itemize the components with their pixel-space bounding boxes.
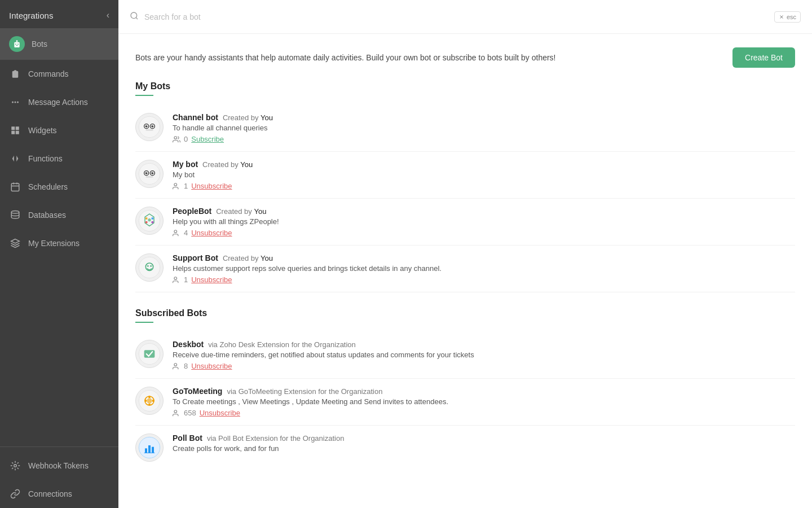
svg-point-34	[174, 183, 177, 186]
subscriber-icon-3	[173, 229, 180, 237]
gotomeeting-name: GoToMeeting	[173, 387, 222, 396]
deskbot-meta: 8 Unsubscribe	[173, 362, 795, 370]
support-bot-name: Support Bot	[173, 253, 218, 262]
sidebar-item-bots[interactable]: Bots	[0, 28, 118, 60]
app-container: Integrations ‹ Bots Commands Message Act…	[0, 0, 812, 508]
functions-icon	[9, 152, 21, 165]
sidebar-item-databases[interactable]: Databases	[0, 201, 118, 229]
deskbot-action-button[interactable]: Unsubscribe	[191, 362, 232, 370]
gotomeeting-action-button[interactable]: Unsubscribe	[200, 409, 240, 417]
support-bot-created-by: You	[261, 254, 273, 262]
deskbot-info: Deskbot via Zoho Desk Extension for the …	[173, 340, 795, 370]
svg-point-21	[151, 125, 153, 128]
bot-item-channel-bot: Channel bot Created by You To handle all…	[135, 105, 795, 152]
svg-point-30	[151, 172, 153, 174]
poll-bot-desc: Create polls for work, and for fun	[173, 444, 795, 453]
svg-point-12	[14, 465, 17, 467]
close-label: esc	[787, 14, 796, 20]
poll-bot-name: Poll Bot	[173, 433, 202, 443]
gotomeeting-avatar	[135, 387, 164, 415]
sidebar-item-label-functions: Functions	[28, 154, 63, 163]
close-button[interactable]: esc	[774, 11, 801, 23]
svg-point-29	[145, 172, 148, 174]
svg-point-41	[151, 221, 153, 224]
deskbot-name: Deskbot	[173, 340, 204, 349]
subscriber-icon-5	[173, 362, 180, 370]
svg-point-53	[147, 398, 152, 403]
svg-point-1	[12, 102, 14, 103]
channel-bot-created: Created by You	[223, 113, 273, 122]
svg-point-20	[145, 125, 148, 128]
svg-rect-24	[145, 129, 153, 131]
svg-point-37	[148, 218, 151, 221]
svg-point-42	[174, 230, 177, 233]
gotomeeting-via: via GoToMeeting Extension for the Organi…	[227, 387, 382, 396]
content-area: Bots are your handy assistants that help…	[118, 34, 812, 508]
channel-bot-action-button[interactable]: Subscribe	[191, 135, 224, 143]
sidebar-item-message-actions[interactable]: Message Actions	[0, 88, 118, 116]
subscribed-bots-section: Subscribed Bots Deskbot via	[135, 308, 795, 470]
people-bot-name-row: PeopleBot Created by You	[173, 207, 795, 216]
sidebar-item-label-widgets: Widgets	[28, 126, 57, 135]
bot-item-people-bot: PeopleBot Created by You Help you with a…	[135, 199, 795, 246]
sidebar-item-webhook-tokens[interactable]: Webhook Tokens	[0, 452, 118, 480]
sidebar-close-button[interactable]: ‹	[107, 10, 109, 20]
bots-icon	[9, 36, 25, 52]
subscribed-bots-underline	[135, 322, 153, 323]
sidebar-item-label-bots: Bots	[32, 40, 47, 49]
sidebar-item-functions[interactable]: Functions	[0, 144, 118, 173]
create-bot-button[interactable]: Create Bot	[732, 47, 795, 68]
webhook-icon	[9, 459, 21, 472]
sidebar-item-connections[interactable]: Connections	[0, 480, 118, 508]
svg-point-58	[174, 410, 177, 413]
svg-point-38	[145, 217, 148, 220]
sidebar-item-label-my-extensions: My Extensions	[28, 239, 80, 248]
channel-bot-avatar	[135, 113, 164, 141]
databases-icon	[9, 209, 21, 221]
sidebar-item-my-extensions[interactable]: My Extensions	[0, 229, 118, 257]
banner-row: Bots are your handy assistants that help…	[135, 47, 795, 68]
sidebar-item-schedulers[interactable]: Schedulers	[0, 173, 118, 201]
sidebar-title: Integrations	[9, 11, 53, 20]
people-bot-created-by: You	[254, 207, 266, 216]
svg-point-43	[139, 257, 160, 278]
svg-rect-33	[145, 176, 153, 178]
deskbot-via: via Zoho Desk Extension for the Organiza…	[208, 340, 356, 349]
poll-bot-name-row: Poll Bot via Poll Bot Extension for the …	[173, 433, 795, 443]
svg-point-31	[147, 172, 147, 173]
support-bot-name-row: Support Bot Created by You	[173, 253, 795, 262]
subscriber-icon	[173, 135, 180, 143]
people-bot-action-button[interactable]: Unsubscribe	[191, 229, 232, 237]
svg-point-11	[11, 211, 19, 214]
my-bot-count: 1	[184, 182, 188, 190]
people-bot-name: PeopleBot	[173, 207, 211, 216]
svg-point-55	[148, 404, 151, 406]
sidebar-bottom: Webhook Tokens Connections	[0, 442, 118, 508]
sidebar-item-widgets[interactable]: Widgets	[0, 116, 118, 144]
svg-point-23	[152, 125, 153, 126]
my-bot-avatar	[135, 160, 164, 188]
channel-bot-count: 0	[184, 135, 188, 143]
gotomeeting-info: GoToMeeting via GoToMeeting Extension fo…	[173, 387, 795, 417]
support-bot-info: Support Bot Created by You Helps custome…	[173, 253, 795, 284]
sidebar-header: Integrations ‹	[0, 0, 118, 28]
svg-line-14	[136, 17, 138, 19]
subscriber-icon-2	[173, 182, 180, 190]
channel-bot-name: Channel bot	[173, 113, 218, 122]
sidebar-item-label-connections: Connections	[28, 489, 72, 498]
widgets-icon	[9, 124, 21, 137]
gotomeeting-meta: 658 Unsubscribe	[173, 409, 795, 417]
svg-point-26	[139, 163, 160, 184]
poll-bot-via: via Poll Bot Extension for the Organizat…	[207, 434, 345, 443]
svg-point-56	[144, 400, 147, 402]
poll-bot-info: Poll Bot via Poll Bot Extension for the …	[173, 433, 795, 456]
channel-bot-info: Channel bot Created by You To handle all…	[173, 113, 795, 143]
my-extensions-icon	[9, 237, 21, 249]
support-bot-action-button[interactable]: Unsubscribe	[191, 275, 232, 284]
search-input[interactable]	[144, 12, 774, 21]
sidebar-item-commands[interactable]: Commands	[0, 60, 118, 88]
sidebar-item-label-message-actions: Message Actions	[28, 98, 88, 107]
my-bot-action-button[interactable]: Unsubscribe	[191, 182, 232, 190]
sidebar-item-label-commands: Commands	[28, 69, 69, 78]
svg-point-22	[147, 125, 147, 126]
